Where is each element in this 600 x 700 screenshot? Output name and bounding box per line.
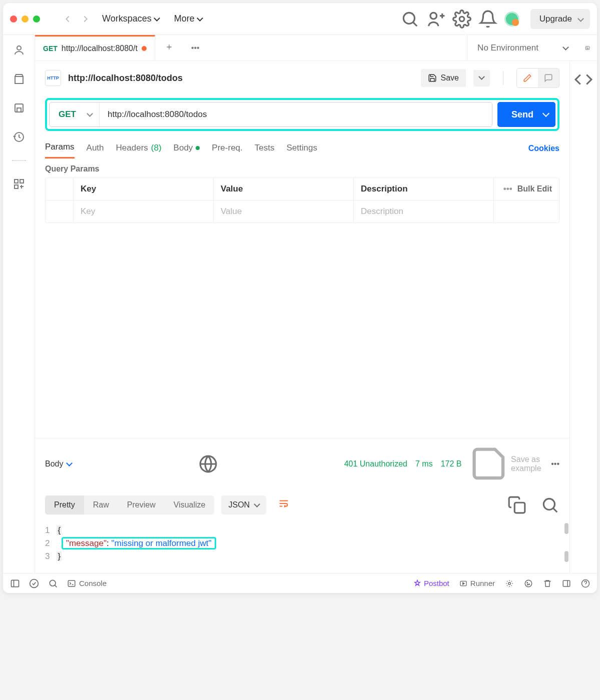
search-icon[interactable] [400,10,419,28]
tab-auth[interactable]: Auth [87,139,104,158]
workspaces-label: Workspaces [102,14,152,24]
format-select[interactable]: JSON [221,496,266,514]
save-options-button[interactable] [473,70,490,86]
forward-button[interactable] [80,14,91,24]
url-input[interactable] [100,102,492,126]
save-as-example-button[interactable]: Save as example [469,444,543,483]
svg-point-19 [525,580,532,587]
layout-icon[interactable] [562,579,571,588]
svg-rect-5 [17,108,21,112]
key-input[interactable]: Key [74,200,214,222]
svg-rect-8 [15,185,18,188]
response-body-tab[interactable]: Body [45,460,72,468]
divider [503,71,503,85]
postbot-button[interactable]: Postbot [413,579,449,588]
workspaces-menu[interactable]: Workspaces [98,10,163,27]
user-icon[interactable] [13,44,25,56]
response-highlight: "message": "missing or malformed jwt" [62,537,216,550]
tab-body[interactable]: Body [174,139,200,158]
svg-point-3 [17,46,21,50]
more-menu[interactable]: More [170,10,206,27]
copy-response-icon[interactable] [507,496,526,514]
left-rail [3,35,35,573]
collections-icon[interactable] [13,73,25,85]
upgrade-button[interactable]: Upgrade [530,9,590,29]
close-window-icon[interactable] [10,16,17,22]
chevron-down-icon [154,15,160,22]
headers-count: (8) [151,143,162,153]
more-label: More [174,14,195,24]
response-view-tabs: Pretty Raw Preview Visualize [45,496,214,514]
svg-point-0 [403,12,414,24]
table-options-icon[interactable]: ••• [503,184,517,194]
view-raw[interactable]: Raw [84,496,118,514]
minimize-window-icon[interactable] [22,16,29,22]
tab-overflow-button[interactable]: ••• [183,44,208,52]
svg-point-21 [529,584,530,584]
tab-bar: GET http://localhost:8080/t ••• No Envir… [35,35,597,61]
scrollbar-marker [564,523,568,534]
svg-point-18 [508,582,511,584]
send-button[interactable]: Send [497,102,555,127]
environment-select[interactable]: No Environment [467,35,578,60]
help-icon[interactable] [581,579,590,588]
environment-quicklook-icon[interactable] [578,38,597,58]
wrap-lines-icon[interactable] [272,493,295,517]
new-tab-button[interactable] [155,43,183,53]
response-time: 7 ms [415,460,433,468]
description-input[interactable]: Description [354,200,494,222]
environments-icon[interactable] [13,102,25,114]
status-code: 401 Unauthorized [344,460,407,468]
send-label: Send [511,110,533,120]
user-avatar[interactable] [504,12,519,26]
back-button[interactable] [62,14,73,24]
view-pretty[interactable]: Pretty [45,496,84,514]
history-icon[interactable] [13,131,25,143]
bulk-edit-link[interactable]: Bulk Edit [517,184,552,193]
table-row[interactable]: Key Value Description [46,200,559,222]
settings-icon[interactable] [452,10,471,28]
rail-divider [12,160,26,161]
value-input[interactable]: Value [214,200,354,222]
maximize-window-icon[interactable] [33,16,40,22]
unsaved-indicator-icon [142,46,147,51]
add-block-icon[interactable] [13,178,25,190]
console-button[interactable]: Console [67,579,107,588]
network-icon[interactable] [199,454,218,474]
invite-icon[interactable] [426,10,445,28]
title-bar: Workspaces More Upgrade [3,3,597,35]
tab-prereq[interactable]: Pre-req. [212,139,242,158]
tab-params[interactable]: Params [45,138,75,158]
comment-mode-button[interactable] [538,68,559,88]
query-params-title: Query Params [35,158,569,178]
tab-settings[interactable]: Settings [286,139,317,158]
trash-icon[interactable] [543,579,552,588]
cookies-link[interactable]: Cookies [528,144,559,153]
svg-point-20 [527,582,528,583]
find-icon[interactable] [48,578,58,588]
save-button[interactable]: Save [421,69,466,87]
tab-tests[interactable]: Tests [255,139,275,158]
chevron-down-icon [197,15,203,22]
code-snippet-icon[interactable] [574,70,593,89]
url-row-highlight: GET Send [45,98,559,131]
notifications-icon[interactable] [478,10,497,28]
view-visualize[interactable]: Visualize [165,496,215,514]
tab-headers[interactable]: Headers (8) [116,139,162,158]
table-header: Key Value Description •••Bulk Edit [46,178,559,200]
method-select[interactable]: GET [50,102,100,126]
capture-icon[interactable] [505,579,514,588]
sidebar-toggle-icon[interactable] [10,578,20,588]
runner-button[interactable]: Runner [459,579,495,588]
cookies-icon[interactable] [524,579,533,588]
upgrade-label: Upgrade [539,14,572,24]
search-response-icon[interactable] [540,496,559,514]
request-tab[interactable]: GET http://localhost:8080/t [35,35,155,60]
edit-mode-button[interactable] [517,68,538,88]
sync-status-icon[interactable] [29,578,39,588]
svg-rect-6 [15,180,18,183]
response-more-icon[interactable]: ••• [551,460,559,468]
svg-point-1 [430,12,437,19]
view-preview[interactable]: Preview [118,496,165,514]
response-area: Body 401 Unauthorized 7 ms 172 B Save as… [35,438,569,573]
